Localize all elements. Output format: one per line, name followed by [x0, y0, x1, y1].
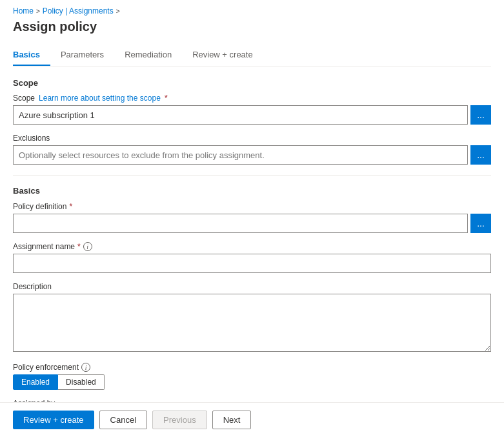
review-create-button[interactable]: Review + create — [13, 411, 94, 429]
policy-enforcement-label: Policy enforcement i — [13, 363, 491, 372]
scope-browse-button[interactable]: ... — [470, 105, 491, 125]
breadcrumb-home[interactable]: Home — [13, 6, 34, 15]
previous-button: Previous — [152, 411, 207, 429]
assignment-name-info-icon: i — [83, 242, 92, 251]
policy-enforcement-toggle: Enabled Disabled — [13, 374, 491, 390]
assignment-name-label: Assignment name * i — [13, 242, 491, 251]
breadcrumb-policy-assignments[interactable]: Policy | Assignments — [43, 6, 114, 15]
scope-label: Scope — [13, 94, 35, 103]
description-label: Description — [13, 282, 491, 291]
tab-basics[interactable]: Basics — [13, 45, 50, 66]
policy-enforcement-section: Policy enforcement i Enabled Disabled — [13, 363, 491, 390]
scope-input-row: ... — [13, 105, 491, 125]
scope-field-group: Scope Learn more about setting the scope… — [13, 93, 491, 125]
breadcrumb-chevron-1: > — [36, 8, 40, 15]
policy-enforcement-info-icon: i — [81, 363, 90, 372]
tab-review-create[interactable]: Review + create — [192, 45, 263, 66]
exclusions-browse-button[interactable]: ... — [470, 145, 491, 165]
breadcrumb: Home > Policy | Assignments > — [13, 6, 491, 15]
tab-remediation[interactable]: Remediation — [125, 45, 182, 66]
scope-link[interactable]: Learn more about setting the scope — [39, 94, 161, 103]
scope-required: * — [165, 93, 168, 103]
description-field-group: Description — [13, 282, 491, 354]
policy-def-browse-button[interactable]: ... — [470, 214, 491, 233]
enforcement-disabled-button[interactable]: Disabled — [58, 374, 105, 390]
assignment-name-field-group: Assignment name * i — [13, 242, 491, 273]
enforcement-enabled-button[interactable]: Enabled — [13, 374, 58, 390]
cancel-button[interactable]: Cancel — [99, 411, 147, 429]
exclusions-input[interactable] — [13, 145, 468, 165]
policy-def-label: Policy definition * — [13, 202, 491, 211]
exclusions-input-row: ... — [13, 145, 491, 165]
assignment-name-input[interactable] — [13, 254, 491, 273]
breadcrumb-chevron-2: > — [116, 8, 120, 15]
divider-1 — [13, 175, 491, 176]
tab-bar: Basics Parameters Remediation Review + c… — [13, 45, 491, 66]
scope-input[interactable] — [13, 105, 468, 125]
tab-parameters[interactable]: Parameters — [61, 45, 114, 66]
policy-def-field-group: Policy definition * ... — [13, 202, 491, 233]
description-textarea[interactable] — [13, 294, 491, 352]
exclusions-field-group: Exclusions ... — [13, 134, 491, 165]
policy-def-input[interactable] — [13, 214, 468, 233]
basics-section-title: Basics — [13, 186, 491, 196]
policy-def-input-row: ... — [13, 214, 491, 233]
page-title: Assign policy — [13, 19, 491, 34]
footer: Review + create Cancel Previous Next — [0, 402, 504, 437]
scope-section-title: Scope — [13, 78, 491, 88]
exclusions-label: Exclusions — [13, 134, 491, 143]
next-button[interactable]: Next — [212, 411, 252, 429]
